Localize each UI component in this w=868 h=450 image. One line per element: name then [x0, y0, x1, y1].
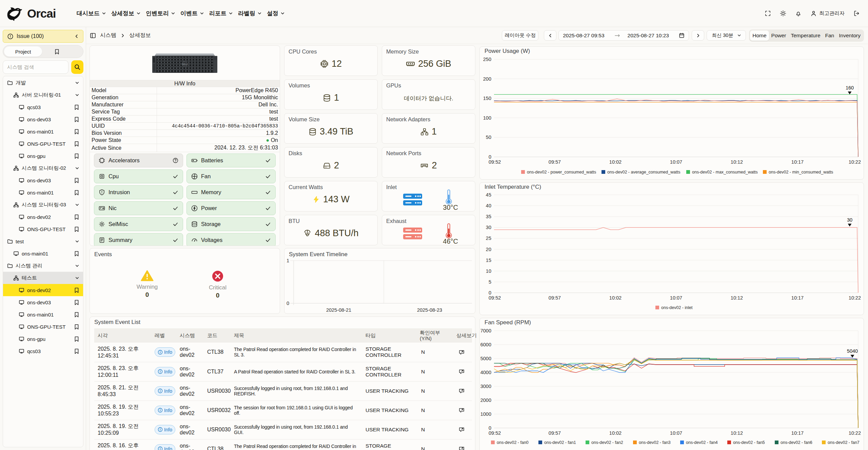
svg-text:09:52: 09:52: [489, 430, 501, 436]
svg-text:0: 0: [489, 425, 491, 431]
svg-text:50: 50: [486, 135, 491, 140]
svg-text:ons-dev02 - fan2: ons-dev02 - fan2: [591, 440, 623, 445]
svg-text:ons-dev02 - fan4: ons-dev02 - fan4: [686, 440, 718, 445]
svg-text:10:17: 10:17: [791, 295, 804, 301]
svg-text:1: 1: [287, 258, 289, 263]
svg-text:09:57: 09:57: [549, 159, 561, 165]
svg-text:ons-dev02 - fan6: ons-dev02 - fan6: [781, 440, 812, 445]
svg-text:3000: 3000: [480, 384, 491, 389]
svg-text:ons-dev02 - fan7: ons-dev02 - fan7: [828, 440, 860, 445]
svg-text:10:07: 10:07: [670, 430, 682, 436]
svg-text:2025-08-23: 2025-08-23: [417, 307, 442, 313]
svg-text:5000: 5000: [480, 356, 491, 361]
svg-text:2000: 2000: [480, 397, 491, 403]
svg-text:ons-dev02 - fan1: ons-dev02 - fan1: [544, 440, 576, 445]
svg-text:0: 0: [287, 301, 289, 306]
svg-text:10:22: 10:22: [849, 295, 861, 301]
svg-text:1000: 1000: [480, 411, 491, 417]
svg-text:10:07: 10:07: [670, 295, 682, 301]
svg-text:30: 30: [486, 225, 491, 230]
svg-text:100: 100: [483, 115, 491, 121]
svg-text:ons-dev02 - inlet: ons-dev02 - inlet: [661, 305, 693, 310]
svg-text:09:57: 09:57: [549, 295, 561, 301]
svg-text:10:02: 10:02: [609, 159, 622, 165]
svg-text:10:17: 10:17: [791, 430, 804, 436]
svg-text:09:52: 09:52: [489, 159, 501, 165]
svg-text:5040: 5040: [847, 348, 858, 354]
svg-text:ons-dev02 - fan5: ons-dev02 - fan5: [733, 440, 765, 445]
svg-text:10:02: 10:02: [609, 430, 622, 436]
svg-text:35: 35: [486, 214, 491, 219]
svg-text:30: 30: [847, 217, 852, 223]
svg-text:6000: 6000: [480, 342, 491, 347]
svg-text:10:02: 10:02: [609, 295, 622, 301]
svg-text:40: 40: [486, 203, 491, 208]
svg-text:09:57: 09:57: [549, 430, 561, 436]
svg-text:ons-dev02 - fan0: ons-dev02 - fan0: [497, 440, 529, 445]
svg-text:10:07: 10:07: [670, 159, 682, 165]
svg-text:25: 25: [486, 236, 491, 241]
svg-text:160: 160: [846, 85, 854, 90]
svg-text:10:17: 10:17: [791, 159, 804, 165]
svg-text:7000: 7000: [480, 328, 491, 333]
svg-text:ons-dev02 - min_consumed_watts: ons-dev02 - min_consumed_watts: [769, 170, 833, 175]
svg-text:10:12: 10:12: [731, 295, 743, 301]
svg-text:200: 200: [483, 76, 491, 82]
svg-text:ons-dev02 - power_consumed_wat: ons-dev02 - power_consumed_watts: [527, 170, 596, 175]
svg-text:ons-dev02 - average_consumed_w: ons-dev02 - average_consumed_watts: [607, 170, 680, 175]
svg-text:15: 15: [486, 258, 491, 263]
svg-text:10:12: 10:12: [731, 430, 743, 436]
svg-text:ons-dev02 - max_consumed_watts: ons-dev02 - max_consumed_watts: [692, 170, 758, 175]
svg-text:0: 0: [489, 290, 491, 295]
svg-text:150: 150: [483, 96, 491, 101]
svg-text:250: 250: [483, 57, 491, 62]
svg-text:10:22: 10:22: [849, 430, 861, 436]
svg-text:09:52: 09:52: [489, 295, 501, 301]
svg-text:20: 20: [486, 247, 491, 252]
svg-text:DELL: DELL: [182, 63, 188, 65]
svg-text:10: 10: [486, 268, 491, 274]
svg-text:0: 0: [489, 154, 491, 160]
svg-text:5: 5: [489, 279, 491, 285]
svg-text:ons-dev02 - fan3: ons-dev02 - fan3: [639, 440, 671, 445]
svg-text:10:22: 10:22: [849, 159, 861, 165]
svg-text:10:12: 10:12: [731, 159, 743, 165]
svg-text:45: 45: [486, 192, 491, 198]
svg-text:2025-08-21: 2025-08-21: [326, 307, 351, 313]
svg-text:4000: 4000: [480, 370, 491, 375]
